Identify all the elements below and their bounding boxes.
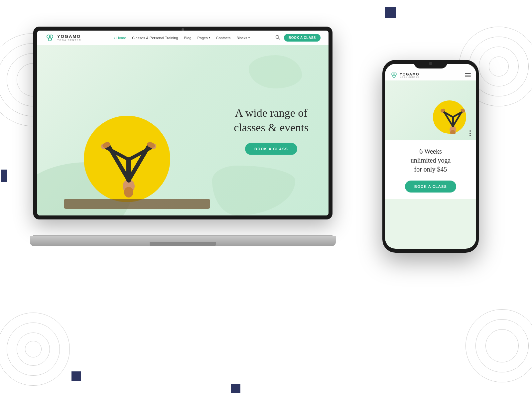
laptop-screen-outer: YOGAMO YOGA CENTER Home Classes & Person… [33, 27, 332, 219]
hamburger-line-1 [465, 73, 471, 74]
decorative-square-1 [385, 7, 396, 18]
laptop-logo-sub: YOGA CENTER [57, 39, 81, 42]
laptop-screen-inner: YOGAMO YOGA CENTER Home Classes & Person… [37, 31, 329, 215]
laptop-hero-section: A wide range of classes & events BOOK A … [37, 45, 329, 215]
phone-dot-2 [469, 133, 471, 134]
nav-link-blog[interactable]: Blog [184, 36, 191, 40]
nav-link-classes[interactable]: Classes & Personal Training [132, 36, 178, 40]
phone-dots-menu[interactable] [469, 130, 471, 136]
circle-group-bottom-left [0, 306, 76, 392]
nav-link-contacts[interactable]: Contacts [216, 36, 230, 40]
phone-content: 6 Weeks unlimited yoga for only $45 BOOK… [385, 140, 476, 199]
decorative-square-4 [71, 371, 81, 381]
phone-yoga-figure [440, 104, 466, 134]
search-icon[interactable] [275, 35, 280, 41]
svg-line-27 [453, 111, 462, 126]
phone-logo-text: YOGAMO YOGA CENTER [400, 72, 420, 78]
yoga-mat [64, 199, 210, 209]
laptop-book-btn[interactable]: BOOK A CLASS [284, 34, 321, 42]
phone-dot-1 [469, 130, 471, 132]
blob-2 [212, 166, 295, 215]
phone-book-btn[interactable]: BOOK A CLASS [405, 181, 456, 193]
phone-outer: YOGAMO YOGA CENTER [382, 60, 479, 253]
laptop-base [30, 236, 336, 246]
svg-line-26 [444, 111, 453, 126]
nav-link-home[interactable]: Home [114, 36, 126, 40]
laptop-logo-text: YOGAMO YOGA CENTER [57, 34, 81, 42]
phone-screen: YOGAMO YOGA CENTER [385, 64, 476, 249]
phone-logo-name: YOGAMO [400, 72, 420, 76]
phone-yoga-svg [440, 104, 466, 134]
hero-text-area: A wide range of classes & events BOOK A … [234, 106, 309, 155]
laptop-nav-links: Home Classes & Personal Training Blog Pa… [95, 36, 269, 40]
nav-link-blocks[interactable]: Blocks ▾ [236, 36, 249, 40]
svg-line-4 [279, 38, 280, 39]
laptop-nav-actions: BOOK A CLASS [275, 34, 321, 42]
svg-point-6 [124, 187, 133, 198]
phone-logo-area: YOGAMO YOGA CENTER [390, 71, 420, 79]
decorative-square-5 [231, 384, 240, 393]
hero-headline: A wide range of classes & events [234, 106, 309, 135]
phone-notch [414, 60, 447, 68]
svg-line-12 [109, 146, 129, 180]
yoga-person-figure [90, 120, 167, 200]
phone-logo-icon [390, 71, 398, 79]
circle-group-bottom-right [459, 303, 532, 389]
phone-hero-image [385, 80, 476, 140]
phone-device: YOGAMO YOGA CENTER [382, 60, 479, 253]
yoga-pose-svg [90, 120, 167, 200]
nav-link-pages[interactable]: Pages ▾ [198, 36, 210, 40]
phone-dot-3 [469, 135, 471, 136]
svg-point-18 [393, 75, 395, 77]
phone-camera [429, 62, 432, 65]
svg-line-13 [129, 146, 149, 180]
laptop-logo-area: YOGAMO YOGA CENTER [45, 33, 81, 43]
laptop-logo-name: YOGAMO [57, 34, 81, 39]
svg-point-2 [48, 38, 52, 41]
hamburger-menu[interactable] [465, 73, 471, 77]
laptop-logo-icon [45, 33, 55, 43]
hamburger-line-3 [465, 76, 471, 77]
website-navbar: YOGAMO YOGA CENTER Home Classes & Person… [37, 31, 329, 45]
phone-logo-sub: YOGA CENTER [400, 76, 420, 78]
blob-3 [249, 55, 302, 88]
phone-promo-text: 6 Weeks unlimited yoga for only $45 [390, 147, 471, 174]
decorative-square-2 [1, 170, 7, 182]
hero-cta-btn[interactable]: BOOK A CLASS [245, 143, 298, 155]
hamburger-line-2 [465, 75, 471, 75]
laptop-device: YOGAMO YOGA CENTER Home Classes & Person… [33, 27, 332, 246]
yoga-figure-area [51, 45, 210, 215]
